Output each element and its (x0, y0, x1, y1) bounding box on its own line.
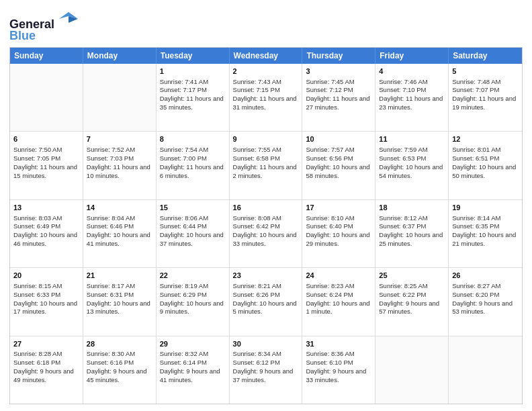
sunset-text: Sunset: 7:15 PM (233, 86, 280, 93)
daylight-text: Daylight: 11 hours and 10 minutes. (87, 163, 150, 179)
daylight-text: Daylight: 11 hours and 35 minutes. (160, 95, 224, 111)
day-number: 24 (306, 271, 371, 281)
sunrise-text: Sunrise: 7:41 AM (160, 78, 208, 85)
daylight-text: Daylight: 10 hours and 50 minutes. (452, 163, 516, 179)
calendar-cell: 7Sunrise: 7:52 AMSunset: 7:03 PMDaylight… (83, 132, 157, 199)
sunset-text: Sunset: 7:03 PM (87, 154, 134, 162)
daylight-text: Daylight: 10 hours and 1 minute. (306, 300, 369, 316)
page: General Blue Sunday Monday Tuesday Wedne… (0, 0, 532, 411)
calendar-cell: 25Sunrise: 8:25 AMSunset: 6:22 PMDayligh… (375, 268, 449, 335)
sunrise-text: Sunrise: 7:59 AM (379, 146, 427, 153)
day-number: 1 (160, 66, 226, 77)
sunset-text: Sunset: 6:42 PM (233, 222, 280, 230)
calendar-cell: 24Sunrise: 8:23 AMSunset: 6:24 PMDayligh… (302, 268, 375, 335)
sunset-text: Sunset: 6:26 PM (233, 291, 280, 298)
header-tuesday: Tuesday (157, 48, 230, 64)
sunset-text: Sunset: 6:49 PM (13, 222, 60, 230)
calendar-cell: 26Sunrise: 8:27 AMSunset: 6:20 PMDayligh… (449, 268, 522, 335)
header-thursday: Thursday (302, 48, 375, 64)
calendar-cell: 4Sunrise: 7:46 AMSunset: 7:10 PMDaylight… (375, 64, 449, 131)
day-number: 25 (379, 271, 445, 281)
sunrise-text: Sunrise: 8:23 AM (306, 282, 354, 289)
calendar-cell: 21Sunrise: 8:17 AMSunset: 6:31 PMDayligh… (83, 268, 157, 335)
daylight-text: Daylight: 9 hours and 49 minutes. (13, 367, 74, 383)
sunset-text: Sunset: 6:18 PM (13, 359, 60, 366)
sunset-text: Sunset: 6:53 PM (379, 154, 426, 162)
day-number: 22 (160, 271, 226, 281)
day-number: 27 (13, 339, 79, 349)
day-number: 29 (160, 339, 226, 349)
sunrise-text: Sunrise: 7:52 AM (87, 146, 135, 153)
sunset-text: Sunset: 6:46 PM (87, 222, 134, 230)
day-number: 8 (160, 134, 226, 144)
calendar-cell: 10Sunrise: 7:57 AMSunset: 6:56 PMDayligh… (302, 132, 375, 199)
day-number: 31 (306, 339, 371, 349)
sunset-text: Sunset: 6:58 PM (233, 154, 280, 162)
header-saturday: Saturday (449, 48, 522, 64)
day-number: 20 (13, 271, 79, 281)
calendar-cell: 5Sunrise: 7:48 AMSunset: 7:07 PMDaylight… (449, 64, 522, 131)
calendar: Sunday Monday Tuesday Wednesday Thursday… (9, 47, 523, 404)
sunrise-text: Sunrise: 7:50 AM (13, 146, 62, 153)
sunrise-text: Sunrise: 8:32 AM (160, 350, 208, 357)
sunrise-text: Sunrise: 8:14 AM (452, 214, 500, 222)
sunrise-text: Sunrise: 8:25 AM (379, 282, 427, 289)
sunset-text: Sunset: 6:16 PM (87, 359, 134, 366)
day-number: 9 (233, 134, 299, 144)
daylight-text: Daylight: 11 hours and 6 minutes. (160, 163, 224, 179)
day-number: 15 (160, 203, 226, 213)
header-friday: Friday (375, 48, 449, 64)
sunrise-text: Sunrise: 8:27 AM (452, 282, 500, 289)
sunrise-text: Sunrise: 8:17 AM (87, 282, 135, 289)
calendar-cell: 3Sunrise: 7:45 AMSunset: 7:12 PMDaylight… (302, 64, 375, 131)
sunset-text: Sunset: 7:12 PM (306, 86, 353, 93)
day-number: 21 (87, 271, 152, 281)
calendar-cell: 30Sunrise: 8:34 AMSunset: 6:12 PMDayligh… (230, 336, 303, 404)
calendar-header-row: Sunday Monday Tuesday Wednesday Thursday… (10, 48, 522, 64)
logo: General Blue (9, 9, 78, 43)
daylight-text: Daylight: 10 hours and 25 minutes. (379, 231, 443, 247)
day-number: 6 (13, 134, 79, 144)
sunrise-text: Sunrise: 7:46 AM (379, 78, 427, 85)
calendar-cell (10, 64, 83, 131)
sunset-text: Sunset: 7:17 PM (160, 86, 207, 93)
day-number: 18 (379, 203, 445, 213)
calendar-cell: 17Sunrise: 8:10 AMSunset: 6:40 PMDayligh… (302, 200, 375, 267)
sunrise-text: Sunrise: 7:43 AM (233, 78, 281, 85)
day-number: 5 (452, 66, 519, 77)
sunrise-text: Sunrise: 8:10 AM (306, 214, 354, 222)
sunset-text: Sunset: 7:05 PM (13, 154, 60, 162)
calendar-cell: 15Sunrise: 8:06 AMSunset: 6:44 PMDayligh… (157, 200, 230, 267)
sunset-text: Sunset: 6:14 PM (160, 359, 207, 366)
sunrise-text: Sunrise: 8:21 AM (233, 282, 281, 289)
calendar-cell: 13Sunrise: 8:03 AMSunset: 6:49 PMDayligh… (10, 200, 83, 267)
calendar-cell: 18Sunrise: 8:12 AMSunset: 6:37 PMDayligh… (375, 200, 449, 267)
sunrise-text: Sunrise: 7:48 AM (452, 78, 500, 85)
sunset-text: Sunset: 7:00 PM (160, 154, 207, 162)
sunset-text: Sunset: 6:40 PM (306, 222, 353, 230)
daylight-text: Daylight: 11 hours and 27 minutes. (306, 95, 369, 111)
sunset-text: Sunset: 6:29 PM (160, 291, 207, 298)
calendar-week-5: 27Sunrise: 8:28 AMSunset: 6:18 PMDayligh… (10, 336, 522, 404)
sunrise-text: Sunrise: 8:15 AM (13, 282, 62, 289)
daylight-text: Daylight: 11 hours and 15 minutes. (13, 163, 77, 179)
daylight-text: Daylight: 10 hours and 37 minutes. (160, 231, 224, 247)
sunrise-text: Sunrise: 8:19 AM (160, 282, 208, 289)
calendar-week-1: 1Sunrise: 7:41 AMSunset: 7:17 PMDaylight… (10, 64, 522, 132)
day-number: 10 (306, 134, 371, 144)
sunset-text: Sunset: 6:12 PM (233, 359, 280, 366)
sunset-text: Sunset: 6:31 PM (87, 291, 134, 298)
sunrise-text: Sunrise: 7:54 AM (160, 146, 208, 153)
calendar-cell: 22Sunrise: 8:19 AMSunset: 6:29 PMDayligh… (157, 268, 230, 335)
daylight-text: Daylight: 9 hours and 57 minutes. (379, 300, 439, 316)
header: General Blue (9, 7, 523, 43)
calendar-cell: 2Sunrise: 7:43 AMSunset: 7:15 PMDaylight… (230, 64, 303, 131)
day-number: 19 (452, 203, 519, 213)
calendar-cell: 27Sunrise: 8:28 AMSunset: 6:18 PMDayligh… (10, 336, 83, 404)
daylight-text: Daylight: 9 hours and 45 minutes. (87, 367, 147, 383)
day-number: 3 (306, 66, 371, 77)
day-number: 17 (306, 203, 371, 213)
header-wednesday: Wednesday (230, 48, 303, 64)
day-number: 16 (233, 203, 299, 213)
daylight-text: Daylight: 10 hours and 9 minutes. (160, 300, 224, 316)
